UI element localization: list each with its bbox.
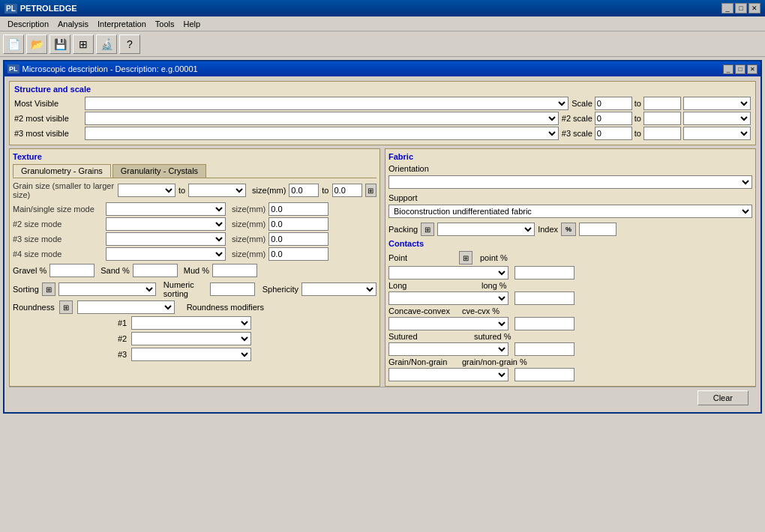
mod2-select[interactable]	[131, 332, 251, 345]
inner-maximize-button[interactable]: □	[735, 64, 746, 74]
size-mm-4-input[interactable]	[268, 247, 328, 261]
sutured-row: Sutured sutured %	[388, 332, 752, 341]
index-input[interactable]: 0	[579, 223, 616, 236]
size-mm-from-input[interactable]	[289, 184, 319, 197]
long-pct-input[interactable]: 0.0	[514, 291, 574, 305]
orientation-select[interactable]	[388, 175, 752, 189]
sorting-row: Sorting ⊞ Numeric sorting 0.0 Sphericity	[13, 280, 376, 298]
mod1-select[interactable]	[131, 316, 251, 330]
grid-button[interactable]: ⊞	[73, 34, 94, 54]
scale-unit-select[interactable]	[683, 97, 751, 110]
grain-size-from-select[interactable]	[118, 184, 176, 197]
sutured-select[interactable]	[388, 342, 508, 356]
grain-nongrain-label: Grain/Non-grain	[388, 357, 456, 366]
grain-size-to-select[interactable]	[188, 184, 246, 197]
v2-visible-select[interactable]	[85, 112, 559, 125]
v3-visible-label: #3 most visible	[14, 129, 82, 138]
point-grid-icon[interactable]: ⊞	[459, 251, 472, 265]
mod3-label: #3	[118, 350, 127, 359]
clear-button[interactable]: Clear	[698, 390, 748, 405]
point-pct-input[interactable]: 0.0	[514, 266, 574, 279]
size-mode-3-select[interactable]	[106, 232, 226, 246]
tab-granularity-crystals[interactable]: Granularity - Crystals	[112, 164, 206, 178]
v3-scale-from-input[interactable]	[595, 127, 632, 140]
microscope-button[interactable]: 🔬	[96, 34, 117, 54]
v3-scale-to-input[interactable]	[644, 127, 681, 140]
grain-size-row: Grain size (smaller to larger size) to s…	[13, 181, 376, 199]
size-mode-2-label: #2 size mode	[13, 220, 103, 229]
grain-grid-icon[interactable]: ⊞	[365, 184, 377, 197]
grain-nongrain-pct-input[interactable]: 0.0	[514, 368, 574, 381]
inner-close-button[interactable]: ✕	[747, 64, 758, 74]
minimize-button[interactable]: _	[722, 3, 734, 13]
v2-scale-to-label: to	[634, 114, 641, 123]
point-select[interactable]	[388, 266, 508, 279]
size-mm-to-input[interactable]	[332, 184, 362, 197]
roundness-grid-icon[interactable]: ⊞	[59, 300, 73, 314]
fabric-section: Fabric Orientation Support Bioconstructi…	[385, 148, 756, 387]
sphericity-select[interactable]	[302, 282, 376, 296]
scale-to-input[interactable]	[644, 97, 681, 110]
tab-granulometry-grains[interactable]: Granulometry - Grains	[13, 164, 111, 178]
close-button[interactable]: ✕	[748, 3, 760, 13]
most-visible-select[interactable]	[85, 97, 568, 110]
scale-from-input[interactable]	[595, 97, 632, 110]
menu-interpretation[interactable]: Interpretation	[93, 18, 151, 30]
sorting-select[interactable]	[58, 282, 156, 296]
grain-nongrain-select[interactable]	[388, 368, 508, 381]
packing-select[interactable]	[437, 223, 535, 236]
bottom-bar: Clear	[9, 387, 756, 408]
size-mm-to-label: to	[322, 186, 328, 195]
v3-scale-unit-select[interactable]	[683, 127, 751, 140]
roundness-modifiers-label: Roundness modifiers	[187, 303, 264, 312]
concave-pct-input[interactable]: 0.0	[514, 317, 574, 330]
sorting-group: Sorting ⊞	[13, 282, 156, 296]
long-select-row: 0.0	[388, 291, 752, 305]
point-pct-label: point %	[480, 253, 508, 262]
mud-input[interactable]: 50.0	[212, 264, 257, 277]
maximize-button[interactable]: □	[735, 3, 747, 13]
support-label: Support	[388, 193, 418, 202]
sorting-grid-icon[interactable]: ⊞	[42, 282, 56, 296]
help-button[interactable]: ?	[119, 34, 140, 54]
sand-input[interactable]: 40.0	[133, 264, 178, 277]
gravel-input[interactable]: 10.0	[50, 264, 94, 277]
menu-description[interactable]: Description	[3, 18, 53, 30]
support-row: Support	[388, 193, 752, 202]
numeric-sorting-input[interactable]: 0.0	[210, 282, 255, 296]
menu-analysis[interactable]: Analysis	[53, 18, 93, 30]
index-pct-icon[interactable]: %	[561, 223, 576, 236]
size-mode-2-select[interactable]	[106, 217, 226, 231]
packing-grid-icon[interactable]: ⊞	[421, 223, 434, 236]
v2-scale-to-input[interactable]	[644, 112, 681, 125]
mod2-label: #2	[118, 334, 127, 343]
roundness-label: Roundness	[13, 303, 55, 312]
menu-tools[interactable]: Tools	[151, 18, 179, 30]
sorting-label: Sorting	[13, 285, 39, 294]
new-button[interactable]: 📄	[3, 34, 24, 54]
inner-minimize-button[interactable]: _	[723, 64, 734, 74]
scale-to-label: to	[634, 99, 641, 108]
open-button[interactable]: 📂	[26, 34, 47, 54]
v3-visible-select[interactable]	[85, 127, 559, 140]
packing-label: Packing	[388, 225, 418, 234]
sutured-pct-input[interactable]: 0.0	[514, 342, 574, 356]
modifier-1-row: #1	[118, 316, 376, 330]
menu-help[interactable]: Help	[179, 18, 206, 30]
size-mm-2-input[interactable]	[268, 217, 328, 231]
save-button[interactable]: 💾	[50, 34, 70, 54]
concave-select[interactable]	[388, 317, 508, 330]
support-select[interactable]: Bioconstruction undifferentiated fabric	[388, 205, 752, 218]
long-select[interactable]	[388, 291, 508, 305]
roundness-select[interactable]	[77, 300, 175, 314]
size-mm-3-input[interactable]	[268, 232, 328, 246]
size-mode-4-select[interactable]	[106, 247, 226, 261]
v2-scale-unit-select[interactable]	[683, 112, 751, 125]
size-mode-1-select[interactable]	[106, 202, 226, 216]
mud-label: Mud %	[184, 266, 209, 275]
v2-scale-from-input[interactable]	[595, 112, 632, 125]
size-mm-1-input[interactable]	[268, 202, 328, 216]
concave-label: Concave-convex	[388, 306, 456, 315]
mod3-select[interactable]	[131, 348, 251, 361]
structure-scale-section: Structure and scale Most Visible Scale t…	[9, 81, 756, 145]
